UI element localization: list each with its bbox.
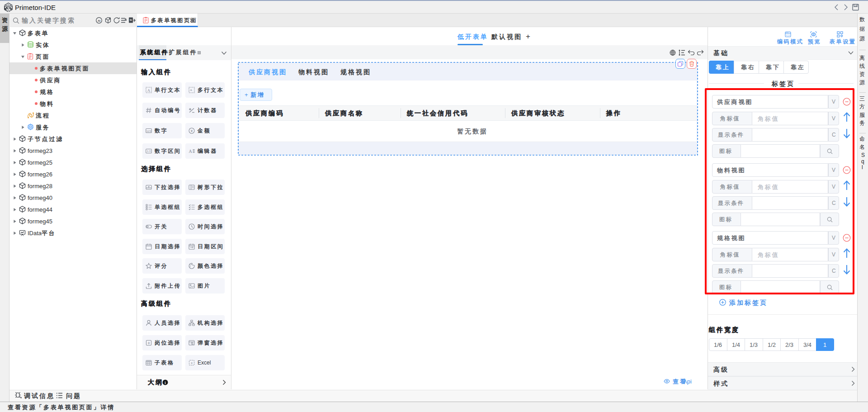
svg-text:¥: ¥ <box>190 129 193 133</box>
svg-text:A: A <box>189 149 192 154</box>
svg-text:1-3: 1-3 <box>147 150 151 152</box>
svg-text:123: 123 <box>146 130 151 133</box>
svg-text:In: In <box>130 19 132 21</box>
svg-text:x: x <box>191 361 193 365</box>
svg-text:AI: AI <box>98 19 100 22</box>
svg-text:A: A <box>147 88 151 93</box>
svg-text:A: A <box>190 88 192 92</box>
svg-text:8: 8 <box>148 341 150 345</box>
